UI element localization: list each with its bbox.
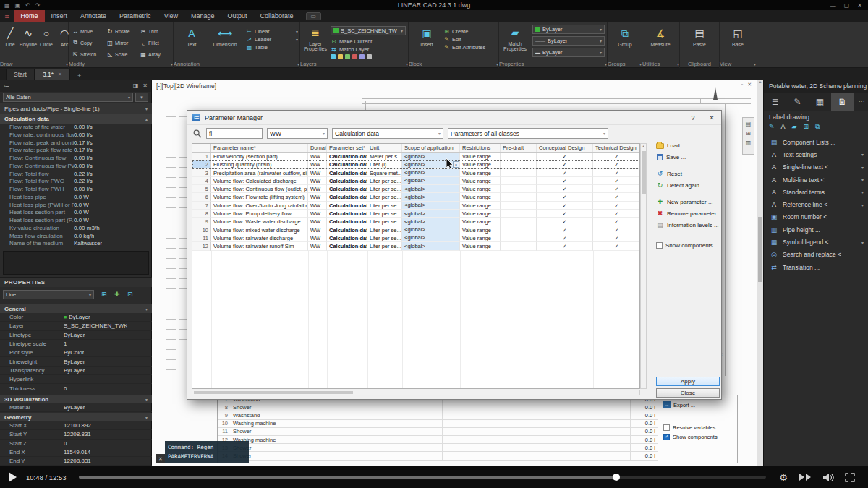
technical-design-check[interactable]: ✓ [593, 218, 640, 226]
list-icon[interactable]: ≔ [4, 82, 9, 89]
domain-select[interactable]: WW ▾ [267, 128, 328, 139]
parameter-row[interactable]: 12 Volume flow: rainwater runoff Sim WW … [192, 242, 639, 250]
ribbon-tab[interactable]: View [158, 10, 184, 22]
panel-menu-item[interactable]: A Standard terms ▾ [764, 186, 868, 198]
panel-menu-item[interactable]: A Single-line text < ▾ [764, 161, 868, 174]
copy-style-icon[interactable]: ⧉ [815, 123, 820, 131]
insert-block-tool[interactable]: ▣ Insert [414, 25, 439, 47]
ribbon-tab[interactable]: Annotate [74, 10, 113, 22]
property-row[interactable]: Hyperlink [0, 375, 152, 384]
panel-menu-item[interactable]: ▣ Room number < [764, 211, 868, 223]
panel-menu-item[interactable]: ▥ Pipe height ... [764, 223, 868, 236]
grid-style-icon[interactable]: ⊞ [803, 123, 809, 131]
lineweight-select[interactable]: ▬ ByLayer ▾ [532, 48, 605, 57]
technical-design-check[interactable]: ✓ [593, 160, 640, 168]
parameter-row[interactable]: 5 Volume flow: Continuous flow (outlet, … [192, 185, 639, 193]
edit-block-button[interactable]: ✎Edit [443, 35, 497, 43]
panel-launcher-icon[interactable]: ▥ [746, 140, 752, 146]
technical-design-check[interactable]: ✓ [593, 210, 640, 218]
data-row[interactable]: Flow rate: peak flow rate 0.17 l/s [0, 147, 152, 155]
pre-draft-check[interactable] [501, 193, 537, 201]
resolve-variables-checkbox[interactable]: Resolve variables [663, 424, 736, 431]
save-button[interactable]: Save ... [656, 154, 686, 160]
draw-tool[interactable]: ○ Circle [38, 25, 55, 47]
layer-tool-icon[interactable] [359, 54, 365, 59]
selection-summary[interactable]: Pipes and ducts/Pipe - Single-line (1) ▾ [0, 103, 152, 114]
fill-style-icon[interactable]: ▰ [792, 123, 797, 131]
ribbon-tab[interactable]: Parametric [113, 10, 158, 22]
scrollbar-thumb[interactable] [758, 217, 762, 282]
base-view-tool[interactable]: ◱ Base [729, 25, 746, 47]
pre-draft-check[interactable] [501, 153, 537, 160]
data-row[interactable]: Heat loss pipe (PWH or P... 0.0 W [0, 202, 152, 210]
quick-select-icon[interactable]: ✚ [114, 291, 120, 298]
modify-tool[interactable]: ◟ Fillet [140, 37, 171, 48]
show-components-checkbox[interactable]: Show components [663, 434, 736, 440]
parameter-row[interactable]: 11 Volume flow: rainwater discharge WW C… [192, 234, 639, 242]
measure-tool[interactable]: ∡ Measure [652, 25, 669, 47]
ribbon-tab[interactable]: Insert [45, 10, 75, 22]
panel-tab-grid-icon[interactable]: ▦ [809, 93, 831, 111]
dialog-titlebar[interactable]: ≔ Parameter Manager ? ✕ [187, 111, 721, 125]
table-button[interactable]: ▦Table [246, 43, 298, 51]
minimize-icon[interactable]: — [830, 2, 836, 9]
viewport-label[interactable]: [-][Top][2D Wireframe] [156, 82, 216, 90]
parameter-row[interactable]: 2 Flushing quantity (drain) WW Calculati… [192, 160, 639, 168]
panel-label-annotation[interactable]: Annotation▾ [174, 60, 299, 68]
toggle-pickadd-icon[interactable]: ⊞ [101, 291, 107, 298]
property-row[interactable]: Linetype ByLayer [0, 331, 152, 340]
scrollbar-thumb[interactable] [642, 151, 646, 194]
layer-tool-icon[interactable] [352, 54, 357, 59]
draw-tool[interactable]: ╱ Line [1, 25, 19, 47]
technical-design-check[interactable]: ✓ [593, 153, 640, 160]
property-row[interactable]: Start Z 0 [0, 440, 152, 448]
pre-draft-check[interactable] [501, 177, 537, 185]
ribbon-tab[interactable]: Output [221, 10, 254, 22]
parameter-row[interactable]: 4 Volume flow: Calculated discharge WW C… [192, 177, 639, 185]
conceptual-design-check[interactable]: ✓ [537, 210, 593, 218]
remove-parameter-button[interactable]: ✖Remove parameter ... [656, 210, 723, 217]
text-tool[interactable]: A Text [179, 25, 204, 47]
property-row[interactable]: Thickness 0 [0, 384, 152, 393]
filter-options-icon[interactable]: ▾ [135, 93, 148, 102]
reset-button[interactable]: ↺Reset [656, 170, 682, 177]
property-row[interactable]: Start Y 12208.831 [0, 430, 152, 439]
information-levels-button[interactable]: ▤Information levels ... [656, 221, 719, 228]
data-row[interactable]: Flow: Total flow PWC 0.22 l/s [0, 178, 152, 186]
panel-launcher-icon[interactable]: ⊞ [746, 130, 751, 137]
create-block-button[interactable]: ⊞Create [443, 27, 497, 35]
panel-label-properties[interactable]: Properties▾ [499, 60, 607, 68]
undo-icon[interactable]: ↶ [25, 2, 30, 9]
ribbon-tab[interactable]: Home [14, 10, 45, 22]
technical-design-check[interactable]: ✓ [593, 185, 640, 193]
data-row[interactable]: Flow: Total flow PWH 0.00 l/s [0, 186, 152, 194]
panel-label-draw[interactable]: Draw▾ [0, 60, 68, 68]
class-filter-select[interactable]: Parameters of all classes ▾ [448, 128, 608, 139]
parameter-set-select[interactable]: Calculation data ▾ [332, 128, 443, 139]
conceptual-design-check[interactable]: ✓ [537, 160, 593, 168]
data-row[interactable]: Heat loss pipe 0.0 W [0, 194, 152, 202]
pre-draft-check[interactable] [501, 160, 537, 168]
section-3d-visualization[interactable]: 3D Visualization ▾ [0, 395, 152, 403]
fixture-row[interactable]: 10 Washing machine 0.0 l [218, 420, 658, 428]
panel-label-layers[interactable]: Layers▾ [300, 60, 408, 68]
parameter-row[interactable]: 1 Flow velocity (section part) WW Calcul… [192, 153, 639, 160]
text-style-icon[interactable]: A [781, 123, 786, 131]
play-button[interactable] [9, 472, 17, 482]
select-objects-icon[interactable]: ⊡ [127, 291, 133, 298]
fixture-row[interactable]: 11 Shower 0.0 l [218, 428, 658, 436]
new-tab-icon[interactable]: + [75, 72, 84, 80]
volume-icon[interactable] [822, 473, 835, 482]
pre-draft-check[interactable] [501, 185, 537, 193]
modify-tool[interactable]: ✂ Trim [140, 25, 171, 37]
modify-tool[interactable]: ↻ Rotate [106, 25, 140, 37]
seek-handle[interactable] [613, 474, 620, 481]
document-tab[interactable]: 3.1* ✕ [35, 69, 70, 80]
property-row[interactable]: Plot style ByColor [0, 348, 152, 357]
parameter-row[interactable]: 3 Precipitation area (rainwater outflow,… [192, 169, 639, 177]
property-row[interactable]: Material ByLayer [0, 403, 152, 412]
property-row[interactable]: Start X 12100.892 [0, 421, 152, 430]
seek-bar[interactable] [79, 476, 766, 479]
panel-label-view[interactable]: View▾ [720, 60, 756, 68]
parameter-row[interactable]: 7 Volume flow: Over-5-min.-long rainfall… [192, 202, 639, 210]
